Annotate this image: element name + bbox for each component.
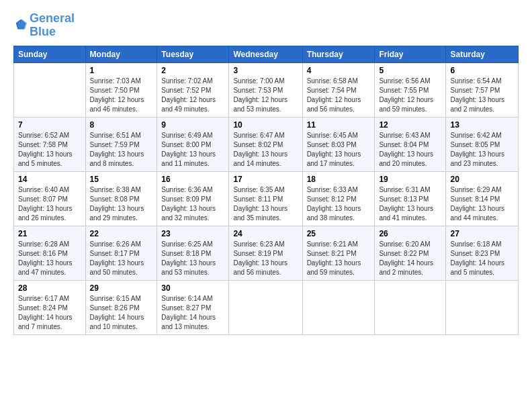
day-number: 3: [233, 66, 298, 75]
calendar-cell: 3Sunrise: 7:00 AMSunset: 7:53 PMDaylight…: [229, 62, 302, 117]
day-info: Sunrise: 7:00 AMSunset: 7:53 PMDaylight:…: [233, 77, 298, 114]
day-info: Sunrise: 6:56 AMSunset: 7:55 PMDaylight:…: [379, 77, 441, 114]
day-info: Sunrise: 6:43 AMSunset: 8:04 PMDaylight:…: [379, 131, 441, 169]
calendar-cell: [375, 280, 446, 334]
calendar-cell: 24Sunrise: 6:23 AMSunset: 8:19 PMDayligh…: [229, 226, 302, 280]
day-number: 25: [307, 229, 371, 238]
week-row-4: 21Sunrise: 6:28 AMSunset: 8:16 PMDayligh…: [14, 226, 519, 280]
calendar-cell: 27Sunrise: 6:18 AMSunset: 8:23 PMDayligh…: [446, 226, 519, 280]
day-number: 2: [161, 66, 224, 75]
day-number: 26: [379, 229, 441, 238]
calendar-cell: [14, 62, 86, 117]
day-info: Sunrise: 6:58 AMSunset: 7:54 PMDaylight:…: [307, 77, 371, 114]
calendar-cell: 21Sunrise: 6:28 AMSunset: 8:16 PMDayligh…: [14, 226, 86, 280]
day-number: 11: [307, 120, 371, 130]
calendar-cell: [229, 280, 302, 334]
weekday-header-thursday: Thursday: [302, 46, 375, 62]
day-info: Sunrise: 6:25 AMSunset: 8:18 PMDaylight:…: [161, 240, 224, 277]
weekday-header-wednesday: Wednesday: [229, 46, 302, 62]
calendar-cell: 18Sunrise: 6:33 AMSunset: 8:12 PMDayligh…: [302, 171, 375, 226]
day-number: 24: [233, 229, 298, 238]
calendar-cell: 2Sunrise: 7:02 AMSunset: 7:52 PMDaylight…: [157, 62, 229, 117]
calendar-cell: 19Sunrise: 6:31 AMSunset: 8:13 PMDayligh…: [375, 171, 446, 226]
calendar-cell: 4Sunrise: 6:58 AMSunset: 7:54 PMDaylight…: [302, 62, 375, 117]
calendar-cell: 7Sunrise: 6:52 AMSunset: 7:58 PMDaylight…: [14, 117, 86, 171]
day-info: Sunrise: 6:35 AMSunset: 8:11 PMDaylight:…: [233, 185, 298, 223]
day-info: Sunrise: 6:42 AMSunset: 8:05 PMDaylight:…: [450, 131, 514, 169]
day-info: Sunrise: 6:45 AMSunset: 8:03 PMDaylight:…: [307, 131, 371, 169]
day-number: 13: [450, 120, 514, 130]
weekday-header-row: SundayMondayTuesdayWednesdayThursdayFrid…: [14, 46, 519, 62]
day-number: 29: [90, 283, 153, 293]
day-info: Sunrise: 6:36 AMSunset: 8:09 PMDaylight:…: [161, 185, 224, 223]
day-number: 21: [18, 229, 81, 238]
calendar-cell: 25Sunrise: 6:21 AMSunset: 8:21 PMDayligh…: [302, 226, 375, 280]
day-number: 10: [233, 120, 298, 130]
day-number: 23: [161, 229, 224, 238]
day-info: Sunrise: 6:20 AMSunset: 8:22 PMDaylight:…: [379, 240, 441, 277]
calendar-cell: 12Sunrise: 6:43 AMSunset: 8:04 PMDayligh…: [375, 117, 446, 171]
day-info: Sunrise: 6:31 AMSunset: 8:13 PMDaylight:…: [379, 185, 441, 223]
calendar-cell: 15Sunrise: 6:38 AMSunset: 8:08 PMDayligh…: [85, 171, 157, 226]
day-info: Sunrise: 7:03 AMSunset: 7:50 PMDaylight:…: [90, 77, 153, 114]
calendar-cell: 30Sunrise: 6:14 AMSunset: 8:27 PMDayligh…: [157, 280, 229, 334]
calendar-cell: [446, 280, 519, 334]
calendar-cell: 6Sunrise: 6:54 AMSunset: 7:57 PMDaylight…: [446, 62, 519, 117]
calendar-cell: 29Sunrise: 6:15 AMSunset: 8:26 PMDayligh…: [85, 280, 157, 334]
header: General Blue: [13, 12, 519, 39]
day-info: Sunrise: 6:26 AMSunset: 8:17 PMDaylight:…: [90, 240, 153, 277]
day-number: 27: [450, 229, 514, 238]
week-row-3: 14Sunrise: 6:40 AMSunset: 8:07 PMDayligh…: [14, 171, 519, 226]
calendar-cell: 13Sunrise: 6:42 AMSunset: 8:05 PMDayligh…: [446, 117, 519, 171]
calendar-cell: 22Sunrise: 6:26 AMSunset: 8:17 PMDayligh…: [85, 226, 157, 280]
day-info: Sunrise: 6:17 AMSunset: 8:24 PMDaylight:…: [18, 294, 81, 332]
calendar-cell: 17Sunrise: 6:35 AMSunset: 8:11 PMDayligh…: [229, 171, 302, 226]
day-info: Sunrise: 6:40 AMSunset: 8:07 PMDaylight:…: [18, 185, 81, 223]
calendar-cell: 10Sunrise: 6:47 AMSunset: 8:02 PMDayligh…: [229, 117, 302, 171]
day-info: Sunrise: 6:14 AMSunset: 8:27 PMDaylight:…: [161, 294, 224, 332]
day-number: 30: [161, 283, 224, 293]
day-number: 9: [161, 120, 224, 130]
calendar-cell: 9Sunrise: 6:49 AMSunset: 8:00 PMDaylight…: [157, 117, 229, 171]
weekday-header-sunday: Sunday: [14, 46, 86, 62]
calendar-cell: 1Sunrise: 7:03 AMSunset: 7:50 PMDaylight…: [85, 62, 157, 117]
calendar-cell: 16Sunrise: 6:36 AMSunset: 8:09 PMDayligh…: [157, 171, 229, 226]
week-row-2: 7Sunrise: 6:52 AMSunset: 7:58 PMDaylight…: [14, 117, 519, 171]
logo-icon: [13, 18, 28, 33]
day-info: Sunrise: 6:38 AMSunset: 8:08 PMDaylight:…: [90, 185, 153, 223]
day-number: 20: [450, 175, 514, 184]
day-number: 28: [18, 283, 81, 293]
calendar-cell: 23Sunrise: 6:25 AMSunset: 8:18 PMDayligh…: [157, 226, 229, 280]
day-number: 14: [18, 175, 81, 184]
day-number: 5: [379, 66, 441, 75]
day-number: 6: [450, 66, 514, 75]
day-info: Sunrise: 6:29 AMSunset: 8:14 PMDaylight:…: [450, 185, 514, 223]
logo-text: General Blue: [30, 12, 75, 39]
calendar-cell: [302, 280, 375, 334]
day-number: 18: [307, 175, 371, 184]
day-info: Sunrise: 6:51 AMSunset: 7:59 PMDaylight:…: [90, 131, 153, 169]
day-number: 12: [379, 120, 441, 130]
day-number: 16: [161, 175, 224, 184]
day-number: 17: [233, 175, 298, 184]
day-number: 7: [18, 120, 81, 130]
day-info: Sunrise: 6:54 AMSunset: 7:57 PMDaylight:…: [450, 77, 514, 114]
page: General Blue SundayMondayTuesdayWednesda…: [0, 0, 532, 411]
calendar-cell: 14Sunrise: 6:40 AMSunset: 8:07 PMDayligh…: [14, 171, 86, 226]
logo: General Blue: [13, 12, 75, 39]
calendar-cell: 26Sunrise: 6:20 AMSunset: 8:22 PMDayligh…: [375, 226, 446, 280]
day-info: Sunrise: 6:49 AMSunset: 8:00 PMDaylight:…: [161, 131, 224, 169]
day-number: 19: [379, 175, 441, 184]
calendar-cell: 8Sunrise: 6:51 AMSunset: 7:59 PMDaylight…: [85, 117, 157, 171]
day-info: Sunrise: 6:33 AMSunset: 8:12 PMDaylight:…: [307, 185, 371, 223]
day-info: Sunrise: 6:23 AMSunset: 8:19 PMDaylight:…: [233, 240, 298, 277]
day-number: 4: [307, 66, 371, 75]
day-info: Sunrise: 6:15 AMSunset: 8:26 PMDaylight:…: [90, 294, 153, 332]
day-number: 1: [90, 66, 153, 75]
day-number: 8: [90, 120, 153, 130]
weekday-header-friday: Friday: [375, 46, 446, 62]
weekday-header-saturday: Saturday: [446, 46, 519, 62]
day-info: Sunrise: 7:02 AMSunset: 7:52 PMDaylight:…: [161, 77, 224, 114]
calendar-cell: 20Sunrise: 6:29 AMSunset: 8:14 PMDayligh…: [446, 171, 519, 226]
day-info: Sunrise: 6:28 AMSunset: 8:16 PMDaylight:…: [18, 240, 81, 277]
